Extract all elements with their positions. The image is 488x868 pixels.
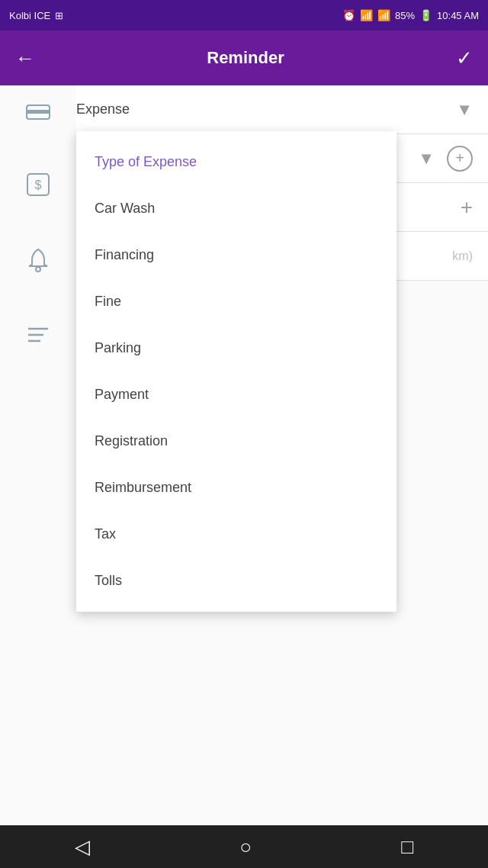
dropdown-item[interactable]: Reimbursement	[76, 465, 396, 511]
expense-row[interactable]: Expense ▼	[76, 85, 488, 134]
dropdown-item[interactable]: Car Wash	[76, 185, 396, 232]
dropdown-item[interactable]: Tolls	[76, 558, 396, 604]
page-title: Reminder	[207, 48, 284, 68]
back-button[interactable]: ←	[15, 47, 35, 70]
carrier-icon: ⊞	[55, 10, 63, 21]
main-content: $ Expense ▼ ▼ +	[0, 85, 488, 825]
dropdown-item[interactable]: Registration	[76, 418, 396, 465]
dollar-icon: $	[26, 172, 50, 202]
list-icon	[27, 323, 50, 349]
content-area: Expense ▼ ▼ + + km) Type of ExpenseCar W…	[76, 85, 488, 825]
expense-dropdown-arrow[interactable]: ▼	[456, 100, 473, 120]
card-icon	[26, 101, 50, 127]
status-bar: Kolbi ICE ⊞ ⏰ 📶 📶 85% 🔋 10:45 AM	[0, 0, 488, 31]
type-dropdown-arrow[interactable]: ▼	[418, 149, 435, 169]
sidebar: $	[0, 85, 76, 825]
confirm-button[interactable]: ✓	[456, 47, 473, 70]
wifi-icon: 📶	[360, 9, 373, 21]
carrier-label: Kolbi ICE	[9, 10, 50, 21]
dropdown-item[interactable]: Type of Expense	[76, 139, 396, 185]
battery-label: 85%	[395, 10, 415, 21]
bell-icon	[27, 248, 49, 278]
dropdown-item[interactable]: Financing	[76, 232, 396, 278]
back-nav-button[interactable]: ◁	[75, 835, 90, 859]
battery-icon: 🔋	[419, 9, 432, 21]
dropdown-item[interactable]: Fine	[76, 278, 396, 325]
expense-dropdown[interactable]: Type of ExpenseCar WashFinancingFinePark…	[76, 131, 396, 612]
km-label: km)	[452, 249, 473, 263]
expense-label: Expense	[76, 101, 130, 117]
plus-icon[interactable]: +	[461, 195, 473, 220]
time-label: 10:45 AM	[437, 10, 479, 21]
status-bar-right: ⏰ 📶 📶 85% 🔋 10:45 AM	[342, 9, 479, 21]
dropdown-item[interactable]: Parking	[76, 325, 396, 371]
app-bar: ← Reminder ✓	[0, 31, 488, 85]
dropdown-item[interactable]: Payment	[76, 371, 396, 418]
bottom-nav: ◁ ○ □	[0, 825, 488, 868]
recent-nav-button[interactable]: □	[401, 835, 413, 859]
signal-icon: 📶	[377, 9, 390, 21]
home-nav-button[interactable]: ○	[239, 835, 252, 859]
dropdown-item[interactable]: Tax	[76, 511, 396, 558]
add-button[interactable]: +	[447, 146, 473, 172]
svg-text:$: $	[35, 178, 42, 191]
status-bar-left: Kolbi ICE ⊞	[9, 10, 63, 21]
alarm-icon: ⏰	[342, 9, 355, 21]
svg-point-4	[36, 267, 40, 272]
svg-rect-1	[27, 110, 50, 114]
